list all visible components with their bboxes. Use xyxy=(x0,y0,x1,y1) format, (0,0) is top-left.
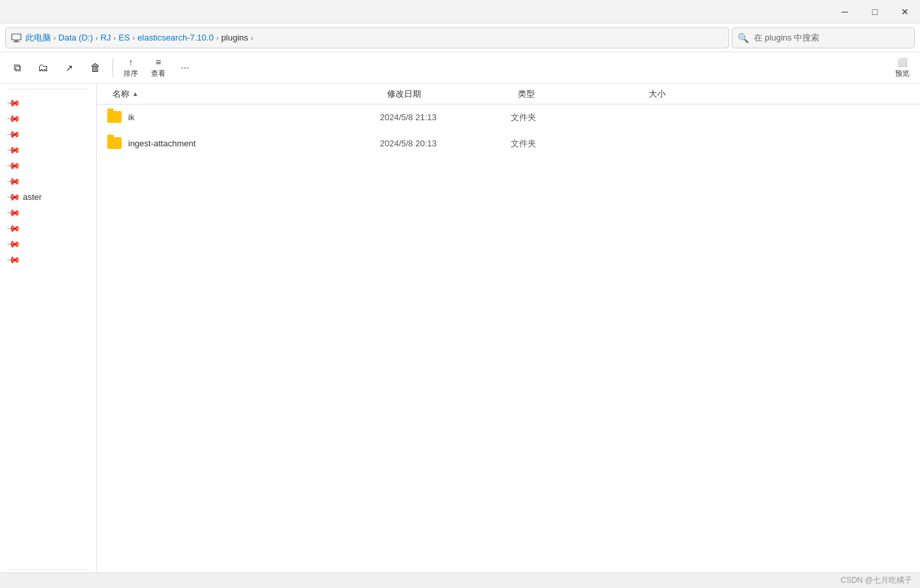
sort-arrow-name: ▲ xyxy=(132,90,139,97)
sidebar-item-9[interactable]: 📌 xyxy=(0,220,96,236)
file-type-ik: 文件夹 xyxy=(511,112,641,123)
sidebar-item-3[interactable]: 📌 xyxy=(0,126,96,142)
minimize-button[interactable]: ─ xyxy=(830,0,860,24)
pin-icon-10: 📌 xyxy=(6,236,21,251)
sort-by-date[interactable]: 修改日期 xyxy=(382,86,513,103)
file-name-ik: ik xyxy=(128,112,380,122)
svg-rect-1 xyxy=(14,41,18,42)
pin-icon-1: 📌 xyxy=(6,95,21,110)
sidebar-item-4[interactable]: 📌 xyxy=(0,142,96,157)
sidebar-item-2[interactable]: 📌 xyxy=(0,110,96,126)
pin-icon-3: 📌 xyxy=(6,126,21,141)
view-button[interactable]: ≡ 查看 xyxy=(146,55,171,81)
delete-icon: 🗑 xyxy=(90,62,101,74)
pin-icon-6: 📌 xyxy=(6,173,21,188)
col-type-label: 类型 xyxy=(518,88,535,100)
sidebar-item-6[interactable]: 📌 xyxy=(0,173,96,189)
breadcrumb[interactable]: 此电脑 › Data (D:) › RJ › ES › elasticsearc… xyxy=(5,27,729,48)
sidebar-item-1[interactable]: 📌 xyxy=(0,95,96,110)
pin-icon-2: 📌 xyxy=(6,110,21,125)
watermark: CSDN @七月吃橘子 xyxy=(840,575,912,586)
breadcrumb-sep-3: › xyxy=(114,34,116,42)
sidebar: 📌 📌 📌 📌 📌 📌 📌 aster 📌 xyxy=(0,84,97,572)
breadcrumb-sep-6: › xyxy=(251,34,254,42)
breadcrumb-plugins: plugins xyxy=(221,33,248,42)
pin-icon-aster: 📌 xyxy=(6,189,21,204)
new-folder-icon: 🗂 xyxy=(38,62,48,74)
status-bar: CSDN @七月吃橘子 xyxy=(0,572,920,588)
breadcrumb-computer[interactable]: 此电脑 xyxy=(11,32,51,44)
sort-button[interactable]: ↑ 排序 xyxy=(118,55,143,81)
sidebar-item-11[interactable]: 📌 xyxy=(0,252,96,267)
copy-icon: ⧉ xyxy=(14,62,21,74)
pin-icon-8: 📌 xyxy=(6,204,21,220)
pin-icon-4: 📌 xyxy=(6,142,21,157)
title-bar-buttons: ─ □ ✕ xyxy=(830,0,920,23)
preview-button[interactable]: ⬜ 预览 xyxy=(890,55,915,81)
file-name-ingest: ingest-attachment xyxy=(128,139,380,148)
column-headers: 名称 ▲ 修改日期 类型 大小 xyxy=(97,84,920,105)
breadcrumb-elasticsearch[interactable]: elasticsearch-7.10.0 xyxy=(137,33,213,42)
toolbar-separator-1 xyxy=(112,58,113,78)
maximize-button[interactable]: □ xyxy=(860,0,890,24)
more-button[interactable]: ··· xyxy=(173,55,197,81)
sidebar-item-5[interactable]: 📌 xyxy=(0,157,96,173)
breadcrumb-rj[interactable]: RJ xyxy=(101,33,111,42)
svg-rect-2 xyxy=(13,42,20,42)
file-date-ingest: 2024/5/8 20:13 xyxy=(380,139,511,148)
breadcrumb-sep-4: › xyxy=(133,34,135,42)
search-box[interactable]: 🔍 在 plugins 中搜索 xyxy=(732,27,915,48)
sidebar-item-10[interactable]: 📌 xyxy=(0,236,96,252)
sidebar-aster-label: aster xyxy=(23,192,42,202)
sidebar-item-8[interactable]: 📌 xyxy=(0,204,96,220)
close-button[interactable]: ✕ xyxy=(890,0,920,24)
address-bar: 此电脑 › Data (D:) › RJ › ES › elasticsearc… xyxy=(0,24,920,52)
breadcrumb-es[interactable]: ES xyxy=(118,33,129,42)
folder-button[interactable]: 🗂 xyxy=(31,55,55,81)
pin-icon-11: 📌 xyxy=(6,252,21,267)
share-button[interactable]: ↗ xyxy=(58,55,81,81)
sort-icon: ↑ xyxy=(129,57,133,67)
preview-icon: ⬜ xyxy=(897,57,908,67)
pin-icon-9: 📌 xyxy=(6,220,21,235)
file-list: ik 2024/5/8 21:13 文件夹 ingest-attachment … xyxy=(97,105,920,572)
sort-by-name[interactable]: 名称 ▲ xyxy=(107,86,382,103)
search-placeholder: 在 plugins 中搜索 xyxy=(754,32,819,44)
sidebar-item-aster[interactable]: 📌 aster xyxy=(0,189,96,204)
col-size-label: 大小 xyxy=(649,88,666,100)
file-area: 名称 ▲ 修改日期 类型 大小 ik 2024/5/8 21:13 文 xyxy=(97,84,920,572)
file-date-ik: 2024/5/8 21:13 xyxy=(380,112,511,122)
more-icon: ··· xyxy=(180,62,189,74)
breadcrumb-sep-1: › xyxy=(54,34,56,42)
folder-icon-ingest xyxy=(107,137,123,150)
delete-button[interactable]: 🗑 xyxy=(84,55,107,81)
breadcrumb-sep-5: › xyxy=(216,34,219,42)
col-name-label: 名称 xyxy=(112,88,129,100)
view-label: 查看 xyxy=(151,69,165,78)
title-bar: ─ □ ✕ xyxy=(0,0,920,24)
file-row-ik[interactable]: ik 2024/5/8 21:13 文件夹 xyxy=(97,105,920,131)
main-container: 📌 📌 📌 📌 📌 📌 📌 aster 📌 xyxy=(0,84,920,572)
folder-icon-ik xyxy=(107,111,123,124)
sort-label: 排序 xyxy=(124,69,138,78)
view-icon: ≡ xyxy=(156,57,161,67)
search-icon: 🔍 xyxy=(738,33,749,43)
sidebar-scroll[interactable]: 📌 📌 📌 📌 📌 📌 📌 aster 📌 xyxy=(0,95,96,566)
sort-by-size[interactable]: 大小 xyxy=(643,86,741,103)
copy-button[interactable]: ⧉ xyxy=(5,55,29,81)
file-type-ingest: 文件夹 xyxy=(511,138,641,150)
breadcrumb-datad[interactable]: Data (D:) xyxy=(58,33,93,42)
col-date-label: 修改日期 xyxy=(387,88,421,100)
svg-rect-0 xyxy=(12,34,21,40)
sidebar-bottom-divider xyxy=(8,569,88,570)
pin-icon-5: 📌 xyxy=(6,157,21,172)
share-icon: ↗ xyxy=(65,63,73,73)
file-row-ingest-attachment[interactable]: ingest-attachment 2024/5/8 20:13 文件夹 xyxy=(97,131,920,157)
preview-label: 预览 xyxy=(895,69,910,78)
sort-by-type[interactable]: 类型 xyxy=(513,86,643,103)
breadcrumb-sep-2: › xyxy=(95,34,98,42)
sidebar-top-divider xyxy=(8,89,88,90)
toolbar: ⧉ 🗂 ↗ 🗑 ↑ 排序 ≡ 查看 ··· ⬜ 预览 xyxy=(0,52,920,84)
